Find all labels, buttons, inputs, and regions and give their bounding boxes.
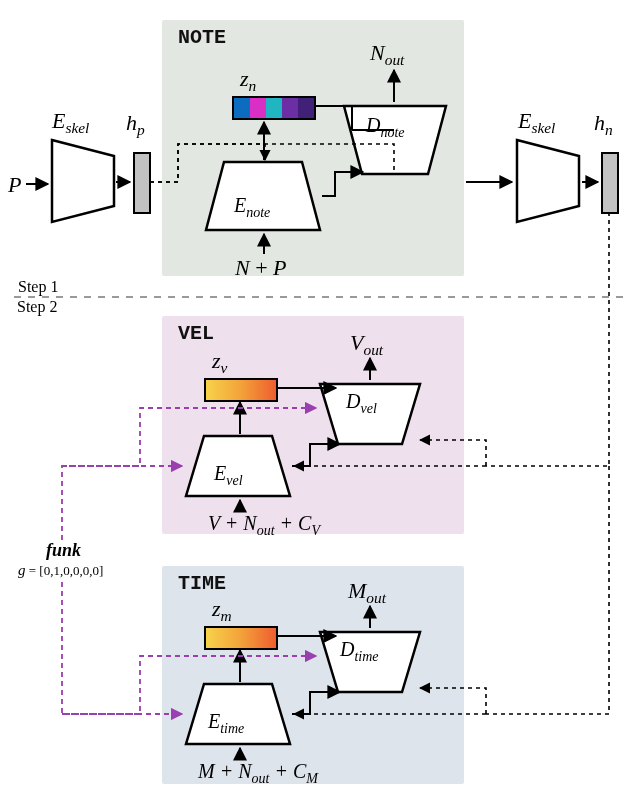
v-out-label: Vout (350, 330, 383, 359)
d-vel-sub: vel (360, 401, 376, 416)
nout-N: N (370, 40, 385, 65)
e-note-sub: note (246, 205, 270, 220)
vel-inputs: V + Nout + CV (208, 512, 320, 539)
zn-sub: n (249, 77, 257, 94)
g-vector: g = [0,1,0,0,0,0] (18, 562, 103, 579)
p-input-label: P (8, 172, 21, 198)
m-out-label: Mout (348, 578, 386, 607)
ti-cm-sub: M (306, 771, 318, 786)
time-title: TIME (178, 572, 226, 595)
g-eq: = [0,1,0,0,0,0] (26, 563, 104, 578)
z-n-label: zn (240, 66, 256, 95)
vout-sub: out (363, 341, 383, 358)
hn-sub: n (605, 121, 613, 138)
ni-plus: + (250, 255, 273, 280)
h-n-label: hn (594, 110, 613, 139)
d-vel: Dvel (318, 382, 319, 383)
e-skel-left-sub: skel (65, 119, 89, 136)
e-vel-sub: vel (226, 473, 242, 488)
ti-nout-sub: out (252, 771, 270, 786)
svg-marker-0 (52, 140, 114, 222)
zn-z: z (240, 66, 249, 91)
e-skel-right (515, 138, 516, 139)
z-v-label: zv (212, 348, 227, 377)
note-title: NOTE (178, 26, 226, 49)
e-skel-left-E: E (52, 108, 65, 133)
vout-V: V (350, 330, 363, 355)
hn-h: h (594, 110, 605, 135)
time-inputs: M + Nout + CM (198, 760, 318, 787)
nout-sub: out (385, 51, 405, 68)
mout-M: M (348, 578, 366, 603)
z-v-box (204, 378, 278, 402)
z-m-label: zm (212, 596, 232, 625)
z-m-box (204, 626, 278, 650)
h-n-box (601, 152, 619, 214)
zm-sub: m (221, 607, 232, 624)
hp-h: h (126, 110, 137, 135)
e-vel-E: E (214, 462, 226, 484)
g-sym: g (18, 562, 26, 578)
e-time: Etime (184, 682, 185, 683)
e-time-E: E (208, 710, 220, 732)
e-vel: Evel (184, 434, 185, 435)
d-time-sub: time (354, 649, 378, 664)
note-inputs: N + P (235, 255, 287, 281)
vel-title: VEL (178, 322, 214, 345)
z-n-box (232, 96, 316, 120)
ti-cm: + C (274, 760, 306, 782)
ni-P: P (273, 255, 286, 280)
mout-sub: out (366, 589, 386, 606)
e-time-sub: time (220, 721, 244, 736)
n-out-label: Nout (370, 40, 404, 69)
vi-nout-sub: out (257, 523, 275, 538)
zm-z: z (212, 596, 221, 621)
e-skel-right-label: Eskel (518, 108, 555, 137)
e-note: Enote (204, 160, 205, 161)
e-skel-right-E: E (518, 108, 531, 133)
d-time: Dtime (318, 630, 319, 631)
h-p-box (133, 152, 151, 214)
vi-cv: + C (280, 512, 312, 534)
vi-cv-sub: V (311, 523, 320, 538)
svg-marker-1 (517, 140, 579, 222)
hp-sub: p (137, 121, 145, 138)
ni-N: N (235, 255, 250, 280)
vi-a: V + N (208, 512, 257, 534)
e-skel-left-label: Eskel (52, 108, 89, 137)
h-p-label: hp (126, 110, 145, 139)
e-skel-left (50, 138, 51, 139)
step2-label: Step 2 (17, 298, 57, 316)
e-note-E: E (234, 194, 246, 216)
step1-label: Step 1 (18, 278, 58, 296)
d-note-D: D (366, 114, 380, 136)
d-note-sub: note (380, 125, 404, 140)
zv-sub: v (221, 359, 228, 376)
e-skel-right-sub: skel (531, 119, 555, 136)
d-time-D: D (340, 638, 354, 660)
zv-z: z (212, 348, 221, 373)
d-note: Dnote (342, 104, 343, 105)
ti-a: M + N (198, 760, 252, 782)
funk-label: funk (46, 540, 81, 561)
d-vel-D: D (346, 390, 360, 412)
